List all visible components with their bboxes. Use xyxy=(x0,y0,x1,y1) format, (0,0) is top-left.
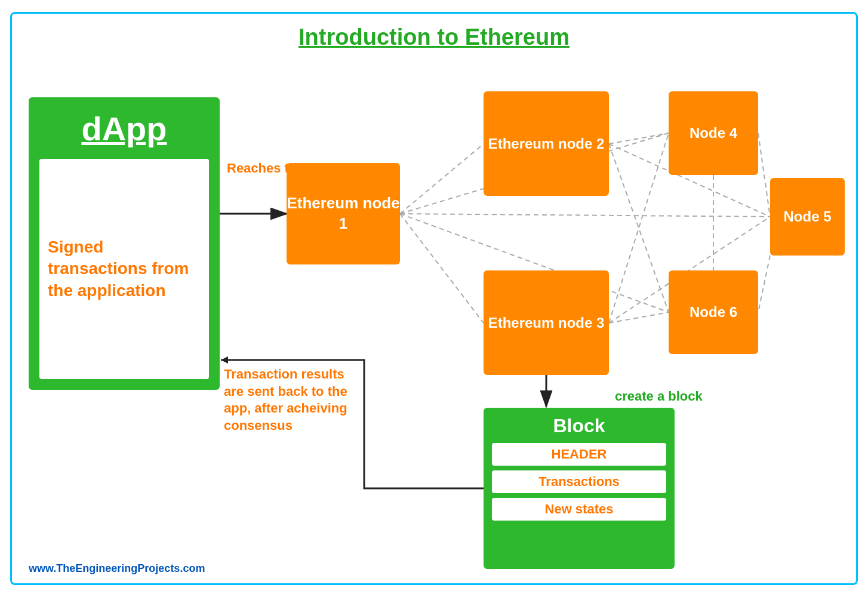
dapp-inner: Signed transactions from the application xyxy=(39,159,209,379)
dapp-inner-text: Signed transactions from the application xyxy=(48,236,201,301)
eth-node1-label: Ethereum node 1 xyxy=(287,193,400,234)
svg-line-14 xyxy=(758,133,770,217)
svg-line-6 xyxy=(400,214,770,217)
block-item-header: HEADER xyxy=(492,443,666,466)
block-item-transactions: Transactions xyxy=(492,470,666,493)
node6-box: Node 6 xyxy=(669,270,758,354)
svg-marker-18 xyxy=(221,356,228,364)
eth-node2-label: Ethereum node 2 xyxy=(488,134,605,153)
dapp-title: dApp xyxy=(81,109,167,148)
label-create-block: create a block xyxy=(615,389,703,404)
svg-line-11 xyxy=(609,133,669,323)
eth-node3-label: Ethereum node 3 xyxy=(488,313,605,332)
svg-line-8 xyxy=(609,133,669,144)
node6-label: Node 6 xyxy=(690,303,737,321)
eth-node2-box: Ethereum node 2 xyxy=(484,91,609,196)
svg-line-4 xyxy=(400,214,484,323)
node5-box: Node 5 xyxy=(770,178,845,256)
node5-label: Node 5 xyxy=(783,207,831,226)
svg-line-10 xyxy=(609,144,669,312)
outer-border: Introduction to Ethereum xyxy=(10,12,858,585)
eth-node3-box: Ethereum node 3 xyxy=(484,270,609,375)
label-transaction-results: Transaction results are sent back to the… xyxy=(224,366,361,434)
block-item-header-text: HEADER xyxy=(552,447,607,462)
watermark: www.TheEngineeringProjects.com xyxy=(29,562,205,575)
block-item-transactions-text: Transactions xyxy=(538,474,620,490)
svg-line-3 xyxy=(400,144,484,214)
dapp-box: dApp Signed transactions from the applic… xyxy=(29,97,220,390)
node4-label: Node 4 xyxy=(690,124,737,142)
page-title: Introduction to Ethereum xyxy=(12,14,856,50)
block-item-newstates: New states xyxy=(492,498,666,521)
svg-line-16 xyxy=(758,256,770,312)
block-box: Block HEADER Transactions New states xyxy=(484,408,675,569)
eth-node1-box: Ethereum node 1 xyxy=(287,163,400,264)
svg-line-13 xyxy=(609,312,669,323)
node4-box: Node 4 xyxy=(669,91,758,175)
block-item-newstates-text: New states xyxy=(545,501,614,517)
block-title: Block xyxy=(553,415,605,437)
